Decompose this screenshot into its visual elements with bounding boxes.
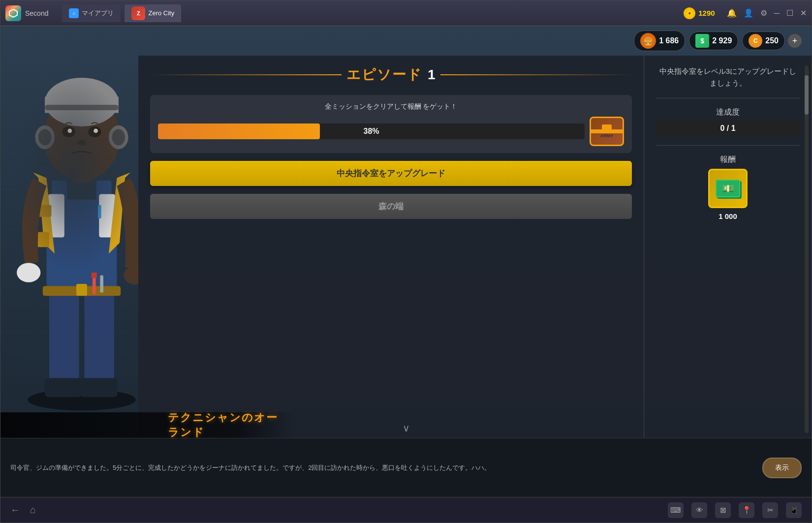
- chest-reward-icon: ARMY: [590, 117, 624, 146]
- app-name-label: Second: [25, 9, 48, 17]
- upgrade-button[interactable]: 中央指令室をアップグレード: [150, 161, 632, 186]
- location-icon[interactable]: 📍: [739, 502, 754, 518]
- mission-right: 中央指令室をレベル3にアップグレードしましょう。 達成度 0 / 1 報酬 💵: [644, 56, 812, 438]
- progress-percentage: 38%: [363, 127, 379, 136]
- bottombar: ← ⌂ ⌨ 👁 ⊠ 📍 ✂ 📱: [0, 497, 812, 523]
- home-tab-icon: ⌂: [69, 8, 79, 18]
- progress-bar-fill: [158, 123, 320, 139]
- episode-number: 1: [428, 67, 436, 82]
- settings-icon[interactable]: ⚙: [760, 8, 767, 18]
- chest-lock: [602, 124, 612, 132]
- account-icon[interactable]: 👤: [744, 8, 753, 18]
- achievement-label: 達成度: [716, 107, 740, 118]
- coin-count: 1290: [698, 9, 715, 17]
- fullscreen-icon[interactable]: ⊠: [715, 502, 731, 518]
- svg-rect-33: [100, 276, 103, 293]
- svg-rect-31: [93, 276, 96, 295]
- svg-rect-16: [76, 284, 87, 296]
- tab-game[interactable]: Z Zero City: [125, 4, 181, 22]
- achievement-section: 達成度 0 / 1: [656, 107, 800, 136]
- add-resource-button[interactable]: +: [788, 34, 802, 48]
- dialog-bar: 司令官、ジムの準備ができました。5分ごとに、完成したかどうかをジーナに訪かれてま…: [0, 438, 812, 497]
- achievement-bar: 0 / 1: [656, 121, 800, 136]
- reward-section: 報酬 💵 1 000: [656, 154, 800, 220]
- hud-coin-icon: C: [749, 34, 762, 48]
- notification-icon[interactable]: 🔔: [727, 8, 737, 18]
- money-value: 2 929: [712, 36, 732, 45]
- character-name: テクニシャンのオーランド: [168, 410, 286, 440]
- money-icon: $: [695, 34, 709, 48]
- show-dialog-button[interactable]: 表示: [762, 458, 802, 478]
- reward-icon: 💵: [708, 169, 748, 208]
- tab-home-label: マイアプリ: [82, 9, 114, 18]
- divider-bottom: [656, 145, 800, 146]
- mission-description: 中央指令室をレベル3にアップグレードしましょう。: [656, 65, 800, 89]
- close-icon[interactable]: ✕: [800, 8, 807, 18]
- forest-button[interactable]: 森の端: [150, 194, 632, 219]
- mobile-icon[interactable]: 📱: [786, 502, 802, 518]
- minimize-icon[interactable]: ─: [774, 9, 780, 18]
- keyboard-icon[interactable]: ⌨: [668, 502, 684, 518]
- scrollbar-track: [805, 65, 809, 433]
- scrollbar-thumb[interactable]: [805, 75, 809, 115]
- game-tab-icon: Z: [131, 6, 145, 20]
- svg-point-13: [17, 263, 40, 282]
- character-name-bar: テクニシャンのオーランド: [0, 412, 296, 438]
- progress-description: 全ミッションをクリアして報酬 をゲット！: [158, 102, 624, 112]
- achievement-value: 0 / 1: [720, 124, 735, 133]
- bluestacks-logo: [5, 5, 21, 21]
- mission-left: エピソード 1 全ミッションをクリアして報酬 をゲット！ 38%: [138, 56, 644, 438]
- progress-section: 全ミッションをクリアして報酬 をゲット！ 38% ARMY: [150, 95, 632, 153]
- tab-game-label: Zero City: [148, 9, 174, 17]
- episode-label: エピソード 1: [346, 65, 435, 84]
- chevron-down-icon[interactable]: ∨: [403, 422, 410, 434]
- hud-coin-value: 250: [765, 36, 779, 45]
- coin-icon: ●: [684, 7, 695, 19]
- home-button[interactable]: ⌂: [30, 504, 36, 516]
- bottom-right-controls: ⌨ 👁 ⊠ 📍 ✂ 📱: [668, 502, 802, 518]
- food-resource: 🍔 1 686: [634, 31, 685, 51]
- divider-top: [656, 98, 800, 98]
- eye-icon[interactable]: 👁: [691, 502, 707, 518]
- food-icon: 🍔: [640, 33, 656, 49]
- progress-bar-background: 38%: [158, 123, 585, 139]
- reward-label: 報酬: [720, 154, 736, 165]
- bluestacks-frame: Second ⌂ マイアプリ Z Zero City ● 1290 🔔 👤 ⚙ …: [0, 0, 812, 523]
- title-decoration: エピソード 1: [150, 65, 632, 84]
- reward-amount: 1 000: [718, 212, 737, 220]
- svg-rect-32: [92, 273, 97, 278]
- food-value: 1 686: [659, 36, 679, 45]
- restore-icon[interactable]: ☐: [786, 8, 793, 18]
- money-stack-icon: 💵: [716, 180, 740, 197]
- title-line-left: [150, 74, 342, 75]
- scissor-icon[interactable]: ✂: [762, 502, 778, 518]
- coin-display: ● 1290: [684, 7, 715, 19]
- svg-rect-5: [81, 378, 118, 398]
- titlebar: Second ⌂ マイアプリ Z Zero City ● 1290 🔔 👤 ⚙ …: [0, 0, 812, 26]
- game-hud: 🍔 1 686 $ 2 929 C 250 +: [0, 26, 812, 56]
- money-resource: $ 2 929: [689, 31, 738, 50]
- progress-bar-area: 38% ARMY: [158, 117, 624, 146]
- svg-rect-4: [45, 378, 82, 398]
- chest-label: ARMY: [600, 133, 614, 138]
- episode-title-area: エピソード 1: [150, 65, 632, 84]
- dialog-text: 司令官、ジムの準備ができました。5分ごとに、完成したかどうかをジーナに訪かれてま…: [10, 463, 754, 473]
- main-content: 🍔 1 686 $ 2 929 C 250 +: [0, 26, 812, 497]
- episode-word: エピソード: [346, 67, 422, 82]
- tab-home[interactable]: ⌂ マイアプリ: [62, 4, 121, 22]
- coin-resource: C 250: [742, 31, 785, 50]
- mission-panel: エピソード 1 全ミッションをクリアして報酬 をゲット！ 38%: [138, 56, 812, 438]
- title-line-right: [440, 74, 632, 75]
- svg-marker-0: [9, 9, 17, 17]
- back-button[interactable]: ←: [10, 504, 20, 516]
- titlebar-controls: 🔔 👤 ⚙ ─ ☐ ✕: [727, 8, 807, 18]
